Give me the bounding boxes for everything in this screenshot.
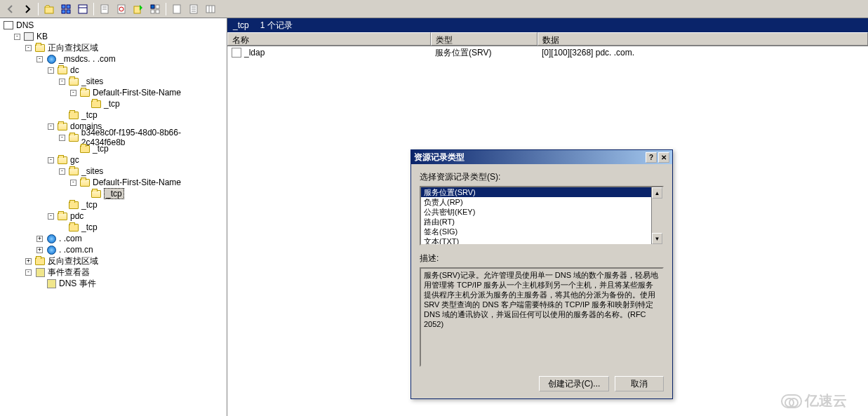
tree-dom2[interactable]: +. .com.cn	[35, 244, 225, 255]
scroll-track[interactable]	[652, 199, 662, 233]
tree-event-viewer[interactable]: -事件查看器	[24, 267, 225, 278]
col-name[interactable]: 名称	[227, 32, 431, 46]
tree-fwd-zone[interactable]: -正向查找区域	[24, 42, 225, 53]
listbox-item[interactable]: 服务位置(SRV)	[421, 187, 651, 197]
collapse-icon[interactable]: -	[14, 34, 20, 40]
tree-tcp[interactable]: _tcp	[58, 222, 225, 233]
list-row[interactable]: _ldap 服务位置(SRV) [0][100][3268] pdc. .com…	[227, 46, 868, 59]
scroll-down-icon[interactable]: ▼	[652, 233, 662, 244]
scroll-up-icon[interactable]: ▲	[652, 187, 662, 199]
list-button[interactable]	[186, 1, 201, 17]
tree-label: _sites	[81, 166, 103, 176]
listbox-item[interactable]: 文本(TXT)	[421, 236, 651, 244]
expand-icon[interactable]: +	[36, 236, 43, 242]
listbox-scrollbar[interactable]: ▲ ▼	[651, 187, 662, 244]
help-button[interactable]: ?	[646, 152, 657, 163]
tree-tcp[interactable]: _tcp	[58, 109, 225, 121]
collapse-icon[interactable]: -	[48, 67, 54, 74]
tree-sites[interactable]: -_sites	[58, 76, 225, 87]
tree-dc[interactable]: -dc	[46, 65, 225, 76]
col-data[interactable]: 数据	[538, 32, 868, 46]
help-button[interactable]	[147, 1, 163, 17]
tree-label: pdc	[70, 211, 84, 221]
listbox-item[interactable]: 路由(RT)	[421, 217, 651, 227]
tree-tcp[interactable]: _tcp	[58, 199, 225, 210]
tree-label: _tcp	[104, 99, 120, 109]
svg-rect-13	[151, 5, 154, 8]
tree-label: Default-First-Site-Name	[93, 177, 181, 187]
expand-icon[interactable]: +	[25, 258, 32, 264]
event-icon	[36, 268, 45, 277]
collapse-icon[interactable]: -	[59, 79, 65, 85]
collapse-icon[interactable]: -	[36, 56, 43, 62]
close-button[interactable]: ✕	[658, 152, 669, 163]
separator	[93, 3, 94, 15]
zone-icon	[47, 234, 56, 243]
forward-button[interactable]	[20, 1, 35, 17]
collapse-icon[interactable]: -	[59, 168, 65, 175]
description-label: 描述:	[420, 253, 664, 264]
listbox-items: 服务位置(SRV) 负责人(RP) 公共密钥(KEY) 路由(RT) 签名(SI…	[421, 187, 651, 244]
tree-dom1[interactable]: +. .com	[35, 233, 225, 244]
tree-label: 反向查找区域	[48, 255, 98, 267]
detail-button[interactable]	[75, 1, 91, 17]
svg-rect-17	[173, 5, 180, 13]
listbox-item[interactable]: 公共密钥(KEY)	[421, 207, 651, 217]
back-button[interactable]	[3, 1, 18, 17]
tree-rev-zone[interactable]: +反向查找区域	[24, 255, 225, 267]
cell-type: 服务位置(SRV)	[431, 47, 538, 59]
folder-icon	[58, 123, 67, 130]
tree-label: _tcp	[81, 222, 98, 232]
tree-dns-events[interactable]: DNS 事件	[35, 278, 225, 289]
collapse-icon[interactable]: -	[48, 157, 54, 163]
tree-sites[interactable]: -_sites	[58, 166, 225, 177]
column-button[interactable]	[203, 1, 218, 17]
tree-label: . .com.cn	[59, 245, 93, 255]
folder-icon	[35, 257, 45, 265]
svg-rect-12	[134, 6, 140, 13]
tree-server[interactable]: -KB	[13, 31, 225, 42]
tree-tcp-selected[interactable]: _tcp	[80, 188, 225, 199]
view-button[interactable]	[58, 1, 74, 17]
folder-icon	[80, 179, 90, 187]
col-type[interactable]: 类型	[431, 32, 538, 46]
collapse-icon[interactable]: -	[25, 45, 32, 51]
resource-record-type-dialog: 资源记录类型 ? ✕ 选择资源记录类型(S): 服务位置(SRV) 负责人(RP…	[410, 149, 673, 399]
tree-label: _sites	[81, 76, 103, 86]
collapse-icon[interactable]: -	[59, 135, 65, 141]
collapse-icon[interactable]: -	[70, 90, 76, 96]
svg-rect-4	[67, 10, 70, 13]
tree-guid[interactable]: -b34e8c0f-f195-48d0-8b66-2c434f6e8b	[58, 132, 225, 143]
collapse-icon[interactable]: -	[70, 180, 76, 186]
refresh-button[interactable]	[114, 1, 129, 17]
collapse-icon[interactable]: -	[48, 213, 54, 220]
folder-icon	[91, 190, 101, 198]
export-button[interactable]	[131, 1, 146, 17]
tree-tcp[interactable]: _tcp	[80, 98, 225, 109]
collapse-icon[interactable]: -	[25, 269, 32, 276]
properties-button[interactable]	[97, 1, 112, 17]
folder-icon	[80, 89, 90, 97]
list-header: 名称 类型 数据	[227, 32, 868, 46]
tree-msdcs[interactable]: -_msdcs. . .com	[35, 53, 225, 65]
expand-icon[interactable]: +	[36, 247, 43, 253]
svg-rect-0	[45, 7, 53, 13]
listbox-item[interactable]: 签名(SIG)	[421, 227, 651, 236]
record-type-listbox[interactable]: 服务位置(SRV) 负责人(RP) 公共密钥(KEY) 路由(RT) 签名(SI…	[420, 186, 664, 246]
cell-data: [0][100][3268] pdc. .com.	[538, 48, 868, 58]
folder-icon	[80, 145, 90, 153]
tree-gc[interactable]: -gc	[46, 154, 225, 166]
create-record-button[interactable]: 创建记录(C)...	[539, 376, 609, 391]
tree-pdc[interactable]: -pdc	[46, 210, 225, 222]
up-button[interactable]	[41, 1, 57, 17]
collapse-icon[interactable]: -	[48, 123, 54, 130]
listbox-item[interactable]: 负责人(RP)	[421, 197, 651, 207]
grid-button[interactable]	[169, 1, 185, 17]
tree-default-site[interactable]: -Default-First-Site-Name	[69, 177, 225, 188]
dialog-titlebar[interactable]: 资源记录类型 ? ✕	[411, 150, 672, 164]
record-icon	[232, 48, 241, 58]
tree-root-dns[interactable]: DNS	[1, 20, 225, 31]
cancel-button[interactable]: 取消	[615, 376, 664, 391]
tree-default-site[interactable]: -Default-First-Site-Name	[69, 87, 225, 98]
server-icon	[24, 32, 34, 41]
